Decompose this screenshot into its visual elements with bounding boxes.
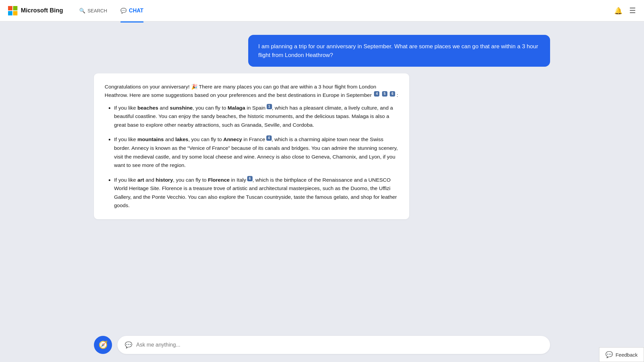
cite-1[interactable]: 1: [267, 104, 272, 109]
chat-area: I am planning a trip for our anniversary…: [0, 21, 644, 330]
chat-input-wrapper: 💬: [117, 336, 550, 354]
microsoft-logo: [8, 6, 17, 15]
list-item-florence: If you like art and history, you can fly…: [114, 176, 398, 210]
bold-art: art: [138, 177, 144, 183]
bold-beaches: beaches: [138, 105, 158, 111]
user-message-text: I am planning a trip for our anniversary…: [258, 43, 538, 58]
bold-history: history: [156, 177, 173, 183]
cite-6b[interactable]: 6: [247, 176, 253, 181]
header-right: 🔔 ☰: [614, 6, 636, 15]
search-nav-icon: 🔍: [79, 8, 86, 14]
bold-florence: Florence: [208, 177, 230, 183]
feedback-button[interactable]: 💬 Feedback: [599, 347, 644, 362]
cite-4[interactable]: 4: [374, 91, 379, 97]
ai-intro-colon: :: [396, 92, 398, 98]
nav-chat[interactable]: 💬 CHAT: [115, 5, 149, 16]
bold-malaga: Malaga: [228, 105, 246, 111]
bold-mountains: mountains: [138, 136, 164, 142]
nav-chat-label: CHAT: [129, 8, 143, 14]
ai-intro-text: Congratulations on your anniversary! 🎉 T…: [105, 84, 376, 98]
cite-4b[interactable]: 4: [266, 135, 272, 141]
bold-lakes: lakes: [175, 136, 189, 142]
input-area: 🧭 💬: [0, 330, 644, 362]
list-item-malaga: If you like beaches and sunshine, you ca…: [114, 104, 398, 129]
bing-button[interactable]: 🧭: [94, 336, 112, 354]
chat-input[interactable]: [136, 342, 543, 348]
nav-search-label: SEARCH: [88, 8, 107, 13]
chat-nav-icon: 💬: [120, 8, 127, 14]
feedback-icon: 💬: [605, 351, 613, 358]
logo-text: Microsoft Bing: [21, 7, 63, 14]
ai-intro: Congratulations on your anniversary! 🎉 T…: [105, 83, 398, 100]
chat-input-icon: 💬: [125, 341, 132, 349]
bell-icon[interactable]: 🔔: [614, 7, 623, 15]
cite-5[interactable]: 5: [382, 91, 387, 97]
ai-response-card: Congratulations on your anniversary! 🎉 T…: [94, 73, 409, 219]
bing-logo-icon: 🧭: [99, 341, 108, 349]
feedback-label: Feedback: [615, 352, 638, 358]
list-item-annecy: If you like mountains and lakes, you can…: [114, 135, 398, 169]
bold-annecy: Annecy: [223, 136, 242, 142]
nav-items: 🔍 SEARCH 💬 CHAT: [74, 5, 149, 16]
hamburger-menu-icon[interactable]: ☰: [629, 6, 636, 15]
logo-area: Microsoft Bing: [8, 6, 63, 15]
cite-6[interactable]: 6: [390, 91, 395, 97]
user-message-bubble: I am planning a trip for our anniversary…: [248, 35, 550, 67]
bold-sunshine: sunshine: [170, 105, 193, 111]
header: Microsoft Bing 🔍 SEARCH 💬 CHAT 🔔 ☰: [0, 0, 644, 21]
nav-search[interactable]: 🔍 SEARCH: [74, 5, 112, 16]
ai-suggestions-list: If you like beaches and sunshine, you ca…: [105, 104, 398, 210]
main-content: I am planning a trip for our anniversary…: [0, 21, 644, 362]
